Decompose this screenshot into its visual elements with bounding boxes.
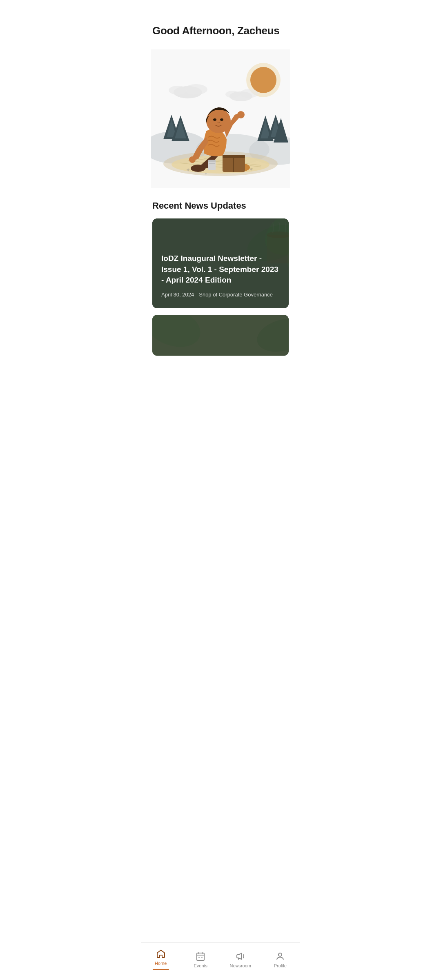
svg-point-7 [185, 84, 207, 95]
news-card-2[interactable] [152, 315, 289, 356]
nav-item-events[interactable]: Events [181, 949, 221, 970]
svg-rect-52 [197, 953, 204, 960]
svg-point-8 [169, 86, 187, 95]
events-icon [195, 951, 206, 962]
svg-rect-38 [208, 160, 216, 162]
news-card-title: IoDZ Inaugural Newsletter - Issue 1, Vol… [161, 253, 280, 286]
profile-label: Profile [274, 963, 287, 968]
svg-point-29 [189, 156, 196, 163]
svg-point-10 [240, 89, 258, 98]
greeting-heading: Good Afternoon, Zacheus [152, 24, 289, 37]
bottom-navigation: Home Events Newsroom [141, 942, 300, 980]
svg-text:✦: ✦ [204, 172, 207, 176]
svg-text:✦: ✦ [249, 167, 253, 172]
svg-point-58 [278, 953, 282, 956]
news-card-meta: April 30, 2024 Shop of Corporate Governa… [161, 292, 280, 298]
news-card-date: April 30, 2024 [161, 292, 194, 298]
recent-news-section: Recent News Updates [141, 200, 300, 356]
events-label: Events [194, 963, 207, 968]
illustration-section: ✦ ✦ ✦ [141, 45, 300, 200]
card-content: IoDZ Inaugural Newsletter - Issue 1, Vol… [152, 218, 289, 308]
home-icon [156, 949, 166, 959]
svg-point-11 [225, 91, 240, 98]
newsroom-label: Newsroom [229, 963, 251, 968]
svg-point-2 [250, 67, 276, 93]
svg-rect-39 [209, 163, 215, 164]
svg-point-30 [237, 111, 245, 118]
nav-item-newsroom[interactable]: Newsroom [220, 949, 261, 970]
svg-rect-56 [198, 957, 200, 958]
greeting-section: Good Afternoon, Zacheus [141, 0, 300, 45]
illustration-container: ✦ ✦ ✦ [151, 49, 290, 188]
nav-item-home[interactable]: Home [141, 947, 181, 972]
newsroom-icon [235, 951, 246, 962]
card2-content [152, 315, 289, 356]
svg-text:✦: ✦ [186, 167, 191, 173]
svg-point-28 [191, 165, 205, 172]
news-card-1[interactable]: IoDZ Inaugural Newsletter - Issue 1, Vol… [152, 218, 289, 308]
afternoon-illustration: ✦ ✦ ✦ [151, 49, 290, 188]
svg-rect-57 [201, 957, 203, 958]
svg-point-32 [213, 118, 216, 121]
nav-item-profile[interactable]: Profile [261, 949, 301, 970]
svg-point-33 [220, 118, 223, 121]
profile-icon [275, 951, 285, 962]
home-label: Home [155, 961, 167, 966]
home-active-indicator [153, 969, 169, 970]
section-title: Recent News Updates [152, 200, 289, 211]
news-card-category: Shop of Corporate Governance [199, 292, 273, 298]
page-wrapper: Good Afternoon, Zacheus [141, 0, 300, 395]
